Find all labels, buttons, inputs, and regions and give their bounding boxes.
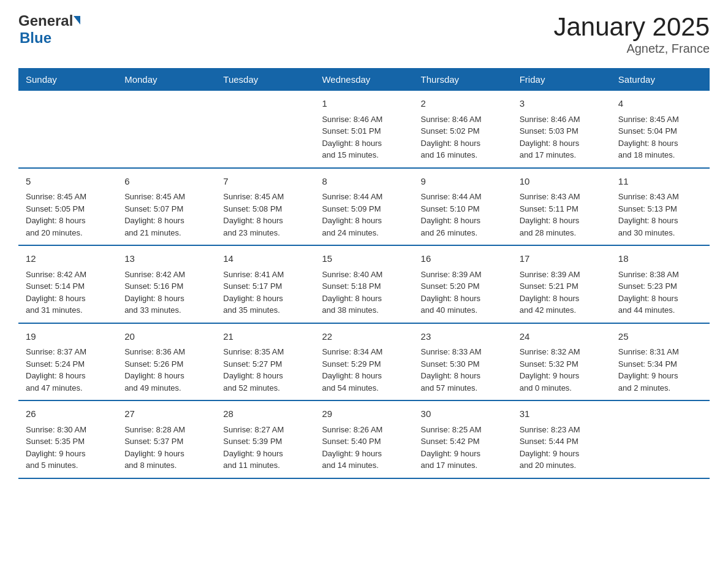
calendar-cell: 27Sunrise: 8:28 AM Sunset: 5:37 PM Dayli… — [117, 400, 216, 478]
day-of-week-header: Thursday — [414, 68, 512, 91]
day-number: 27 — [124, 407, 208, 421]
day-info: Sunrise: 8:45 AM Sunset: 5:07 PM Dayligh… — [124, 192, 185, 237]
day-info: Sunrise: 8:43 AM Sunset: 5:13 PM Dayligh… — [618, 192, 679, 237]
day-number: 12 — [26, 252, 110, 266]
day-number: 28 — [223, 407, 307, 421]
day-number: 2 — [421, 97, 505, 111]
calendar-cell: 17Sunrise: 8:39 AM Sunset: 5:21 PM Dayli… — [512, 245, 611, 323]
day-info: Sunrise: 8:41 AM Sunset: 5:17 PM Dayligh… — [223, 270, 284, 315]
calendar-cell: 8Sunrise: 8:44 AM Sunset: 5:09 PM Daylig… — [314, 168, 413, 246]
calendar-week-row: 1Sunrise: 8:46 AM Sunset: 5:01 PM Daylig… — [18, 91, 710, 168]
calendar-cell: 26Sunrise: 8:30 AM Sunset: 5:35 PM Dayli… — [18, 400, 117, 478]
day-number: 10 — [520, 175, 604, 189]
day-number: 15 — [322, 252, 406, 266]
day-info: Sunrise: 8:34 AM Sunset: 5:29 PM Dayligh… — [322, 347, 382, 393]
calendar-cell: 14Sunrise: 8:41 AM Sunset: 5:17 PM Dayli… — [216, 245, 314, 323]
day-info: Sunrise: 8:30 AM Sunset: 5:35 PM Dayligh… — [26, 425, 86, 470]
day-info: Sunrise: 8:38 AM Sunset: 5:23 PM Dayligh… — [618, 270, 679, 315]
day-info: Sunrise: 8:46 AM Sunset: 5:01 PM Dayligh… — [322, 115, 382, 160]
calendar-cell: 21Sunrise: 8:35 AM Sunset: 5:27 PM Dayli… — [216, 323, 314, 401]
calendar-week-row: 5Sunrise: 8:45 AM Sunset: 5:05 PM Daylig… — [18, 168, 710, 246]
day-number: 21 — [223, 330, 307, 344]
calendar-cell — [611, 400, 710, 478]
calendar-cell — [117, 91, 216, 168]
day-info: Sunrise: 8:45 AM Sunset: 5:05 PM Dayligh… — [26, 192, 86, 237]
calendar-week-row: 26Sunrise: 8:30 AM Sunset: 5:35 PM Dayli… — [18, 400, 710, 478]
day-number: 19 — [26, 330, 110, 344]
calendar-cell: 24Sunrise: 8:32 AM Sunset: 5:32 PM Dayli… — [512, 323, 611, 401]
day-info: Sunrise: 8:26 AM Sunset: 5:40 PM Dayligh… — [322, 425, 382, 470]
page-header: General Blue January 2025 Agnetz, France — [18, 12, 710, 56]
day-number: 18 — [618, 252, 702, 266]
calendar-cell — [216, 91, 314, 168]
day-number: 25 — [618, 330, 702, 344]
calendar-cell: 15Sunrise: 8:40 AM Sunset: 5:18 PM Dayli… — [314, 245, 413, 323]
day-number: 3 — [520, 97, 604, 111]
day-info: Sunrise: 8:45 AM Sunset: 5:04 PM Dayligh… — [618, 115, 679, 160]
calendar-cell: 5Sunrise: 8:45 AM Sunset: 5:05 PM Daylig… — [18, 168, 117, 246]
calendar-cell: 1Sunrise: 8:46 AM Sunset: 5:01 PM Daylig… — [314, 91, 413, 168]
day-number: 30 — [421, 407, 505, 421]
day-number: 13 — [124, 252, 208, 266]
calendar-cell: 23Sunrise: 8:33 AM Sunset: 5:30 PM Dayli… — [414, 323, 512, 401]
day-of-week-header: Sunday — [18, 68, 117, 91]
day-of-week-header: Tuesday — [216, 68, 314, 91]
logo-chevron-icon — [74, 16, 80, 25]
calendar-cell: 16Sunrise: 8:39 AM Sunset: 5:20 PM Dayli… — [414, 245, 512, 323]
day-number: 6 — [124, 175, 208, 189]
day-info: Sunrise: 8:39 AM Sunset: 5:20 PM Dayligh… — [421, 270, 482, 315]
day-number: 1 — [322, 97, 406, 111]
day-number: 8 — [322, 175, 406, 189]
day-number: 4 — [618, 97, 702, 111]
calendar-cell: 4Sunrise: 8:45 AM Sunset: 5:04 PM Daylig… — [611, 91, 710, 168]
day-number: 7 — [223, 175, 307, 189]
day-info: Sunrise: 8:37 AM Sunset: 5:24 PM Dayligh… — [26, 347, 86, 393]
day-number: 9 — [421, 175, 505, 189]
logo: General Blue — [18, 12, 80, 47]
calendar-cell: 10Sunrise: 8:43 AM Sunset: 5:11 PM Dayli… — [512, 168, 611, 246]
calendar-cell: 28Sunrise: 8:27 AM Sunset: 5:39 PM Dayli… — [216, 400, 314, 478]
day-info: Sunrise: 8:25 AM Sunset: 5:42 PM Dayligh… — [421, 425, 482, 470]
day-info: Sunrise: 8:44 AM Sunset: 5:09 PM Dayligh… — [322, 192, 382, 237]
title-block: January 2025 Agnetz, France — [553, 12, 710, 56]
calendar-cell: 30Sunrise: 8:25 AM Sunset: 5:42 PM Dayli… — [414, 400, 512, 478]
calendar-week-row: 12Sunrise: 8:42 AM Sunset: 5:14 PM Dayli… — [18, 245, 710, 323]
calendar-cell: 13Sunrise: 8:42 AM Sunset: 5:16 PM Dayli… — [117, 245, 216, 323]
day-info: Sunrise: 8:46 AM Sunset: 5:02 PM Dayligh… — [421, 115, 482, 160]
day-of-week-header: Monday — [117, 68, 216, 91]
day-number: 16 — [421, 252, 505, 266]
day-number: 5 — [26, 175, 110, 189]
day-number: 11 — [618, 175, 702, 189]
day-number: 26 — [26, 407, 110, 421]
day-info: Sunrise: 8:43 AM Sunset: 5:11 PM Dayligh… — [520, 192, 580, 237]
day-of-week-header: Saturday — [611, 68, 710, 91]
day-info: Sunrise: 8:35 AM Sunset: 5:27 PM Dayligh… — [223, 347, 284, 393]
day-of-week-header: Friday — [512, 68, 611, 91]
page-subtitle: Agnetz, France — [553, 42, 710, 56]
calendar-cell: 19Sunrise: 8:37 AM Sunset: 5:24 PM Dayli… — [18, 323, 117, 401]
day-info: Sunrise: 8:42 AM Sunset: 5:14 PM Dayligh… — [26, 270, 86, 315]
calendar-cell: 20Sunrise: 8:36 AM Sunset: 5:26 PM Dayli… — [117, 323, 216, 401]
calendar-cell: 2Sunrise: 8:46 AM Sunset: 5:02 PM Daylig… — [414, 91, 512, 168]
day-info: Sunrise: 8:40 AM Sunset: 5:18 PM Dayligh… — [322, 270, 382, 315]
day-info: Sunrise: 8:39 AM Sunset: 5:21 PM Dayligh… — [520, 270, 580, 315]
calendar-cell: 12Sunrise: 8:42 AM Sunset: 5:14 PM Dayli… — [18, 245, 117, 323]
calendar-cell: 29Sunrise: 8:26 AM Sunset: 5:40 PM Dayli… — [314, 400, 413, 478]
calendar-cell: 7Sunrise: 8:45 AM Sunset: 5:08 PM Daylig… — [216, 168, 314, 246]
day-number: 31 — [520, 407, 604, 421]
day-info: Sunrise: 8:32 AM Sunset: 5:32 PM Dayligh… — [520, 347, 580, 393]
day-info: Sunrise: 8:42 AM Sunset: 5:16 PM Dayligh… — [124, 270, 185, 315]
day-info: Sunrise: 8:33 AM Sunset: 5:30 PM Dayligh… — [421, 347, 482, 393]
day-info: Sunrise: 8:31 AM Sunset: 5:34 PM Dayligh… — [618, 347, 679, 393]
calendar-cell: 11Sunrise: 8:43 AM Sunset: 5:13 PM Dayli… — [611, 168, 710, 246]
logo-blue-text: Blue — [20, 29, 80, 47]
day-number: 17 — [520, 252, 604, 266]
calendar-cell: 9Sunrise: 8:44 AM Sunset: 5:10 PM Daylig… — [414, 168, 512, 246]
calendar-cell: 3Sunrise: 8:46 AM Sunset: 5:03 PM Daylig… — [512, 91, 611, 168]
day-number: 14 — [223, 252, 307, 266]
page-title: January 2025 — [553, 12, 710, 42]
day-number: 24 — [520, 330, 604, 344]
calendar-cell: 31Sunrise: 8:23 AM Sunset: 5:44 PM Dayli… — [512, 400, 611, 478]
calendar-table: SundayMondayTuesdayWednesdayThursdayFrid… — [18, 68, 710, 479]
day-info: Sunrise: 8:27 AM Sunset: 5:39 PM Dayligh… — [223, 425, 284, 470]
